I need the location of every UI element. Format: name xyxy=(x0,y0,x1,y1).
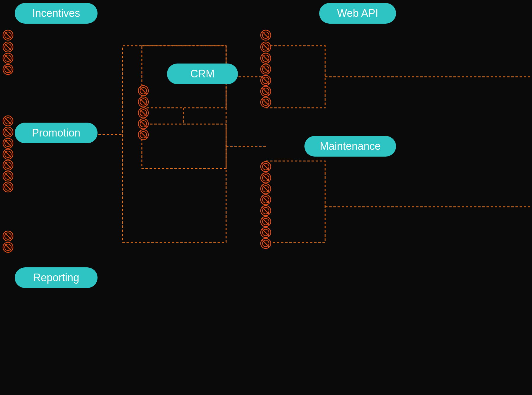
icon-webapi-6 xyxy=(260,86,271,97)
icon-webapi-2 xyxy=(260,41,271,53)
icon-left-3 xyxy=(2,53,14,64)
icon-webapi-5 xyxy=(260,75,271,86)
maintenance-dashed-box xyxy=(266,161,325,242)
reporting-pill: Reporting xyxy=(15,267,98,288)
icon-promo-1 xyxy=(2,115,14,126)
icon-report-1 xyxy=(2,230,14,242)
icon-webapi-1 xyxy=(260,30,271,41)
icon-crm-5 xyxy=(138,129,149,140)
icon-promo-5 xyxy=(2,160,14,171)
icon-webapi-7 xyxy=(260,97,271,108)
icon-crm-3 xyxy=(138,107,149,118)
icon-report-2 xyxy=(2,242,14,253)
icon-maint-7 xyxy=(260,227,271,238)
promotion-pill: Promotion xyxy=(15,123,98,143)
icon-promo-6 xyxy=(2,170,14,182)
icon-crm-4 xyxy=(138,118,149,129)
icon-promo-7 xyxy=(2,181,14,193)
icon-left-1 xyxy=(2,30,14,41)
sub-dashed-box xyxy=(142,124,226,168)
icon-maint-3 xyxy=(260,183,271,194)
icon-maint-1 xyxy=(260,161,271,172)
icon-maint-5 xyxy=(260,205,271,216)
icon-promo-3 xyxy=(2,138,14,149)
incentives-pill: Incentives xyxy=(15,3,98,24)
icon-maint-6 xyxy=(260,216,271,227)
crm-pill: CRM xyxy=(167,64,238,84)
icon-maint-8 xyxy=(260,238,271,249)
icon-crm-2 xyxy=(138,96,149,108)
icon-left-4 xyxy=(2,64,14,75)
icon-crm-1 xyxy=(138,85,149,96)
webapi-pill: Web API xyxy=(319,3,396,24)
maintenance-pill: Maintenance xyxy=(304,136,396,157)
icon-webapi-4 xyxy=(260,64,271,75)
icon-promo-2 xyxy=(2,126,14,138)
icon-maint-4 xyxy=(260,194,271,205)
icon-webapi-3 xyxy=(260,53,271,64)
icon-maint-2 xyxy=(260,172,271,183)
icon-left-2 xyxy=(2,41,14,53)
webapi-dashed-box xyxy=(266,46,325,108)
icon-promo-4 xyxy=(2,149,14,160)
